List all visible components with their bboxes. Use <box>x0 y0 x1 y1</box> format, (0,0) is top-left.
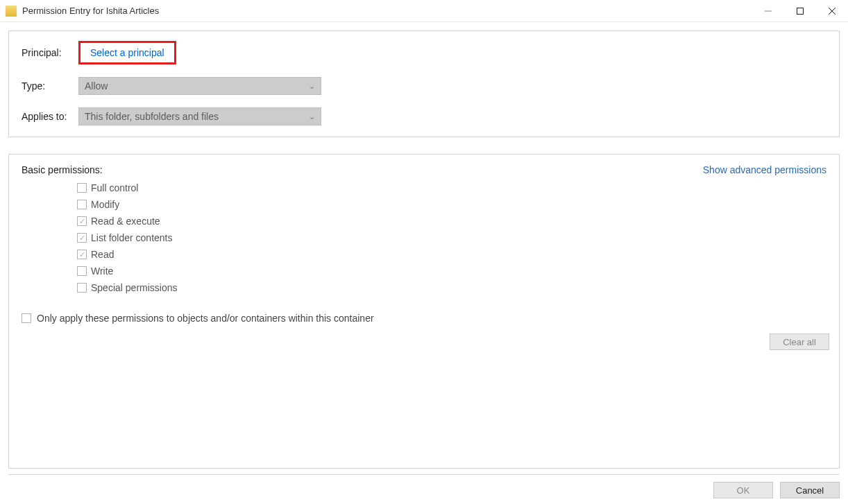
applies-value: This folder, subfolders and files <box>85 111 219 122</box>
permission-checkbox[interactable] <box>77 216 87 226</box>
permission-label: Full control <box>91 182 138 193</box>
type-label: Type: <box>22 80 78 92</box>
basic-permissions-title: Basic permissions: <box>22 164 103 175</box>
permission-item: Read <box>77 249 826 260</box>
permission-item: List folder contents <box>77 232 826 243</box>
permission-label: Read & execute <box>91 216 160 227</box>
minimize-button[interactable] <box>752 0 784 22</box>
applies-row: Applies to: This folder, subfolders and … <box>22 107 826 125</box>
type-value: Allow <box>85 80 108 92</box>
only-apply-row: Only apply these permissions to objects … <box>22 313 826 324</box>
permission-item: Modify <box>77 199 826 210</box>
show-advanced-link[interactable]: Show advanced permissions <box>703 164 826 175</box>
maximize-button[interactable] <box>784 0 816 22</box>
cancel-button[interactable]: Cancel <box>780 482 840 498</box>
permissions-panel: Basic permissions: Show advanced permiss… <box>8 154 840 469</box>
permission-list: Full controlModifyRead & executeList fol… <box>77 182 826 293</box>
principal-row: Principal: Select a principal <box>22 41 826 64</box>
type-row: Type: Allow ⌄ <box>22 77 826 95</box>
permission-item: Full control <box>77 182 826 193</box>
window-title: Permission Entry for Ishita Articles <box>22 6 159 16</box>
permission-checkbox[interactable] <box>77 233 87 243</box>
permission-checkbox[interactable] <box>77 250 87 259</box>
type-combobox[interactable]: Allow ⌄ <box>78 77 321 95</box>
permission-label: Modify <box>91 199 119 210</box>
content: Principal: Select a principal Type: Allo… <box>0 22 848 504</box>
chevron-down-icon: ⌄ <box>309 112 315 121</box>
applies-label: Applies to: <box>22 111 78 122</box>
close-button[interactable] <box>816 0 848 22</box>
permission-checkbox[interactable] <box>77 283 87 293</box>
clear-all-button[interactable]: Clear all <box>770 333 829 350</box>
permission-checkbox[interactable] <box>77 266 87 276</box>
permission-item: Write <box>77 266 826 277</box>
principal-panel: Principal: Select a principal Type: Allo… <box>8 31 840 137</box>
permission-label: Read <box>91 249 114 260</box>
titlebar: Permission Entry for Ishita Articles <box>0 0 848 22</box>
select-principal-link[interactable]: Select a principal <box>78 41 176 64</box>
permissions-header: Basic permissions: Show advanced permiss… <box>22 164 826 175</box>
permission-label: List folder contents <box>91 232 173 243</box>
applies-combobox[interactable]: This folder, subfolders and files ⌄ <box>78 107 321 125</box>
close-icon <box>829 8 836 15</box>
svg-rect-1 <box>797 8 804 14</box>
window-controls <box>752 0 848 22</box>
permission-item: Special permissions <box>77 282 826 293</box>
permission-label: Write <box>91 266 113 277</box>
permission-checkbox[interactable] <box>77 183 87 193</box>
permission-item: Read & execute <box>77 216 826 227</box>
dialog-footer: OK Cancel <box>8 474 840 498</box>
clear-all-wrap: Clear all <box>770 333 829 350</box>
maximize-icon <box>797 8 804 15</box>
folder-icon <box>6 6 17 17</box>
only-apply-label: Only apply these permissions to objects … <box>37 313 374 324</box>
only-apply-checkbox[interactable] <box>22 313 31 323</box>
permission-checkbox[interactable] <box>77 200 87 209</box>
ok-button[interactable]: OK <box>713 482 773 498</box>
chevron-down-icon: ⌄ <box>309 82 315 91</box>
minimize-icon <box>765 8 772 15</box>
principal-label: Principal: <box>22 47 78 58</box>
permission-label: Special permissions <box>91 282 178 293</box>
